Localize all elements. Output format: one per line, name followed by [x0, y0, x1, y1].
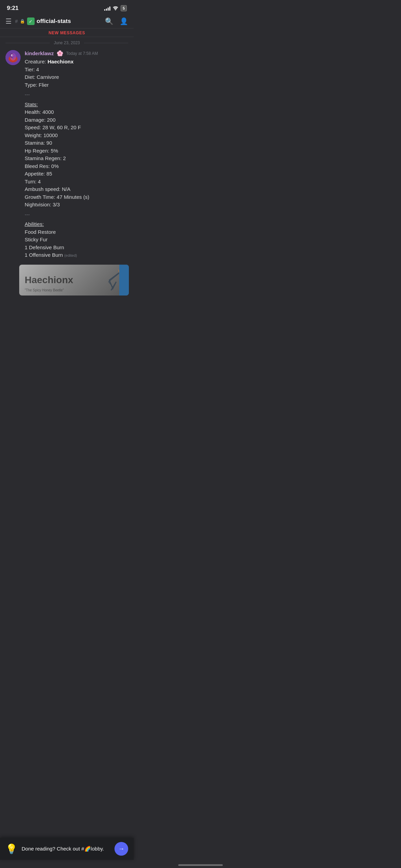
- signal-icon: [104, 6, 110, 11]
- creature-line: Creature: Haechionx: [25, 58, 128, 66]
- avatar-image: [5, 50, 21, 65]
- channel-name: official-stats: [37, 18, 71, 25]
- message-header: kinderklawz 🌸 Today at 7:58 AM: [25, 50, 128, 57]
- creature-name: Haechionx: [48, 59, 74, 64]
- ability2-line: Sticky Fur: [25, 236, 128, 244]
- bleed-res-line: Bleed Res: 0%: [25, 162, 128, 170]
- message-body: kinderklawz 🌸 Today at 7:58 AM Creature:…: [25, 50, 128, 259]
- battery-icon: 5: [121, 5, 127, 11]
- ability3-line: 1 Defensive Burn: [25, 244, 128, 252]
- lock-icon: 🔒: [20, 19, 25, 24]
- health-line: Health: 4000: [25, 108, 128, 116]
- separator2: ---: [25, 211, 128, 219]
- new-messages-banner: NEW MESSAGES: [0, 28, 134, 37]
- blue-strip: [119, 265, 129, 296]
- hp-regen-line: Hp Regen: 5%: [25, 147, 128, 155]
- message-text: Creature: Haechionx Tier: 4 Diet: Carniv…: [25, 58, 128, 259]
- speed-line: Speed: 28 W, 60 R, 20 F: [25, 124, 128, 132]
- channel-hash-icon: #: [15, 19, 18, 24]
- member-icon[interactable]: 👤: [120, 17, 128, 25]
- diet-line: Diet: Carnivore: [25, 73, 128, 81]
- status-time: 9:21: [7, 5, 19, 12]
- abilities-header-text: Abilities:: [25, 221, 44, 227]
- hamburger-icon[interactable]: ☰: [5, 17, 12, 25]
- turn-line: Turn: 4: [25, 178, 128, 186]
- image-preview-subtitle: "The Spicy Honey Beetle": [25, 288, 64, 292]
- creature-label: Creature:: [25, 59, 48, 64]
- edited-label: (edited): [64, 253, 77, 257]
- image-preview[interactable]: Haechionx "The Spicy Honey Beetle": [19, 265, 129, 296]
- svg-point-6: [12, 55, 13, 56]
- appetite-line: Appetite: 85: [25, 170, 128, 178]
- abilities-header: Abilities:: [25, 220, 128, 228]
- growth-time-line: Growth Time: 47 Minutes (s): [25, 193, 128, 201]
- nav-icons: 🔍 👤: [105, 17, 128, 25]
- channel-title-area: # 🔒 ✓ official-stats: [15, 17, 101, 25]
- user-badge-emoji: 🌸: [57, 50, 63, 57]
- search-icon[interactable]: 🔍: [105, 17, 113, 25]
- stats-header-text: Stats:: [25, 101, 38, 107]
- wifi-icon: [112, 5, 119, 11]
- date-divider-line-right: [84, 43, 128, 43]
- date-divider-line-left: [5, 43, 50, 43]
- message-container: kinderklawz 🌸 Today at 7:58 AM Creature:…: [0, 49, 134, 262]
- ambush-speed-line: Ambush speed: N/A: [25, 185, 128, 193]
- tier-line: Tier: 4: [25, 66, 128, 74]
- image-preview-title: Haechionx: [25, 275, 73, 286]
- top-nav: ☰ # 🔒 ✓ official-stats 🔍 👤: [0, 14, 134, 28]
- damage-line: Damage: 200: [25, 116, 128, 124]
- stamina-line: Stamina: 90: [25, 139, 128, 147]
- status-icons: 5: [104, 5, 127, 11]
- type-line: Type: Flier: [25, 81, 128, 89]
- status-bar: 9:21 5: [0, 0, 134, 14]
- stats-header: Stats:: [25, 101, 128, 109]
- weight-line: Weight: 10000: [25, 132, 128, 140]
- avatar: [5, 50, 21, 65]
- checkmark-badge: ✓: [27, 17, 35, 25]
- separator1: ---: [25, 91, 128, 99]
- date-divider-text: June 23, 2023: [54, 40, 80, 45]
- checkmark-icon: ✓: [29, 19, 33, 24]
- message-timestamp: Today at 7:58 AM: [66, 51, 98, 56]
- stamina-regen-line: Stamina Regen: 2: [25, 155, 128, 162]
- nightvision-line: Nightvision: 3/3: [25, 201, 128, 209]
- username: kinderklawz: [25, 50, 54, 56]
- date-divider: June 23, 2023: [0, 37, 134, 49]
- ability1-line: Food Restore: [25, 228, 128, 236]
- ability4-line: 1 Offensive Burn(edited): [25, 251, 128, 259]
